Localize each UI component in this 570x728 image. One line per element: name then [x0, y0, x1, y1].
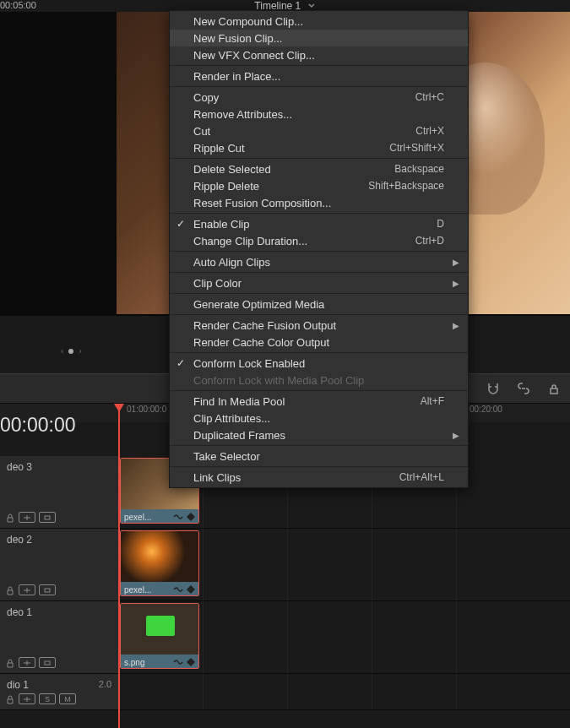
track-enable-toggle[interactable]	[39, 584, 56, 595]
menu-item[interactable]: Render Cache Fusion Output▶	[170, 317, 468, 334]
svg-rect-0	[45, 516, 50, 519]
menu-item[interactable]: ✓Enable ClipD	[170, 215, 468, 232]
menu-separator	[170, 65, 468, 66]
tracks-panel: deo 3 pexel... deo 2	[0, 456, 570, 728]
menu-item[interactable]: Generate Optimized Media	[170, 296, 468, 312]
menu-item[interactable]: Auto Align Clips▶	[170, 253, 468, 270]
lock-icon[interactable]	[5, 585, 15, 595]
clip-context-menu: New Compound Clip...New Fusion Clip...Ne…	[169, 10, 469, 488]
menu-item-label: New Compound Clip...	[193, 15, 303, 28]
clip-name: s.png	[124, 658, 170, 667]
menu-item[interactable]: New Compound Clip...	[170, 13, 468, 30]
menu-separator	[170, 158, 468, 159]
lock-icon[interactable]	[5, 658, 15, 668]
menu-shortcut: Ctrl+Shift+X	[389, 142, 444, 154]
clip-thumbnail	[121, 604, 198, 655]
svg-rect-1	[45, 589, 50, 592]
track-channel-count: 2.0	[99, 679, 111, 689]
menu-item-label: Conform Lock Enabled	[193, 357, 305, 370]
menu-item[interactable]: CopyCtrl+C	[170, 89, 468, 106]
menu-item[interactable]: Clip Attributes...	[170, 410, 468, 426]
track-content[interactable]: s.png	[118, 601, 570, 673]
check-icon: ✓	[176, 218, 185, 230]
menu-item-label: Link Clips	[193, 471, 241, 484]
menu-item[interactable]: Remove Attributes...	[170, 106, 468, 122]
mute-button[interactable]: M	[59, 693, 76, 704]
menu-item[interactable]: Render Cache Color Output	[170, 334, 468, 350]
menu-item[interactable]: ✓Conform Lock Enabled	[170, 355, 468, 372]
nav-next-icon[interactable]: ›	[79, 346, 81, 356]
solo-button[interactable]: S	[39, 693, 56, 704]
menu-item-label: Delete Selected	[193, 163, 271, 176]
track-header[interactable]: deo 3	[0, 456, 118, 528]
menu-separator	[170, 352, 468, 353]
menu-item[interactable]: Ripple CutCtrl+Shift+X	[170, 139, 468, 156]
menu-item[interactable]: CutCtrl+X	[170, 122, 468, 139]
fx-icon	[173, 513, 183, 521]
menu-shortcut: Ctrl+D	[415, 235, 444, 247]
keyframe-icon	[187, 513, 195, 521]
ruler-tick-label: 00:20:00	[470, 405, 502, 414]
menu-separator	[170, 293, 468, 294]
timeline-timecode[interactable]: 00:00:00	[0, 414, 76, 437]
auto-select-toggle[interactable]	[19, 657, 35, 668]
menu-item-label: Render Cache Color Output	[193, 336, 329, 349]
track-header[interactable]: deo 1	[0, 601, 118, 673]
chevron-down-icon	[307, 3, 316, 9]
fx-icon	[173, 658, 183, 666]
chevron-right-icon: ▶	[453, 279, 459, 288]
nav-dot[interactable]	[68, 349, 73, 354]
menu-shortcut: Ctrl+Alt+L	[399, 471, 444, 483]
menu-item[interactable]: New Fusion Clip...	[170, 30, 468, 46]
clip[interactable]: pexel...	[120, 530, 199, 596]
menu-item[interactable]: Delete SelectedBackspace	[170, 160, 468, 177]
track-label: deo 3	[7, 461, 111, 473]
menu-shortcut: D	[437, 218, 444, 230]
link-icon[interactable]	[516, 381, 531, 396]
lock-icon[interactable]	[5, 694, 15, 704]
keyframe-icon	[187, 585, 195, 594]
auto-select-toggle[interactable]	[19, 512, 35, 523]
video-track-1: deo 1 s.png	[0, 601, 570, 674]
menu-item-label: Change Clip Duration...	[193, 235, 307, 247]
menu-separator	[170, 445, 468, 446]
menu-item[interactable]: New VFX Connect Clip...	[170, 46, 468, 63]
track-header[interactable]: dio 1 2.0 S M	[0, 674, 118, 709]
menu-item[interactable]: Duplicated Frames▶	[170, 426, 468, 443]
clip-name: pexel...	[124, 513, 170, 522]
chevron-right-icon: ▶	[453, 431, 459, 440]
menu-item[interactable]: Link ClipsCtrl+Alt+L	[170, 469, 468, 486]
menu-shortcut: Ctrl+C	[415, 91, 444, 103]
lock-icon[interactable]	[5, 513, 15, 523]
menu-separator	[170, 213, 468, 214]
menu-item[interactable]: Reset Fusion Composition...	[170, 194, 468, 211]
track-header[interactable]: deo 2	[0, 529, 118, 600]
menu-item-label: Take Selector	[193, 450, 260, 463]
auto-select-toggle[interactable]	[19, 693, 35, 704]
menu-item[interactable]: Render in Place...	[170, 68, 468, 84]
menu-separator	[170, 390, 468, 391]
menu-item-label: Copy	[193, 91, 219, 104]
menu-item-label: New VFX Connect Clip...	[193, 49, 315, 62]
auto-select-toggle[interactable]	[19, 584, 35, 595]
menu-item-label: New Fusion Clip...	[193, 32, 282, 45]
magnet-icon[interactable]	[486, 381, 501, 396]
menu-separator	[170, 314, 468, 315]
menu-separator	[170, 86, 468, 87]
menu-item[interactable]: Take Selector	[170, 448, 468, 465]
clip[interactable]: s.png	[120, 603, 199, 669]
menu-item[interactable]: Find In Media PoolAlt+F	[170, 393, 468, 410]
nav-prev-icon[interactable]: ‹	[61, 346, 63, 356]
video-track-2: deo 2 pexel...	[0, 529, 570, 601]
menu-item[interactable]: Clip Color▶	[170, 274, 468, 291]
lock-icon[interactable]	[546, 381, 562, 396]
playhead[interactable]	[118, 404, 120, 728]
track-content[interactable]: pexel...	[118, 529, 570, 600]
menu-item-label: Enable Clip	[193, 218, 250, 231]
track-content[interactable]	[118, 674, 570, 709]
menu-item-label: Find In Media Pool	[193, 395, 285, 408]
track-enable-toggle[interactable]	[39, 657, 56, 668]
menu-item[interactable]: Change Clip Duration...Ctrl+D	[170, 232, 468, 249]
track-enable-toggle[interactable]	[39, 512, 56, 523]
menu-item[interactable]: Ripple DeleteShift+Backspace	[170, 177, 468, 194]
